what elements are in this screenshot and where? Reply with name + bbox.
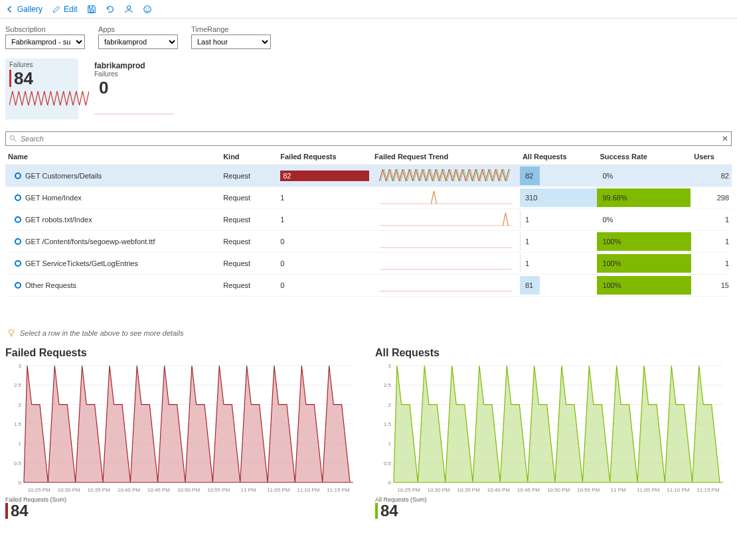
- chart-all-foot-value: 84: [375, 503, 732, 519]
- pencil-icon: [52, 5, 61, 14]
- filter-apps: Apps fabrikamprod: [98, 25, 178, 49]
- search-input[interactable]: [21, 135, 719, 143]
- row-name: Other Requests: [25, 281, 76, 289]
- lightbulb-icon: [7, 328, 16, 338]
- row-success: 100%: [600, 238, 621, 245]
- table-row[interactable]: GET /Content/fonts/segoewp-webfont.ttf R…: [5, 231, 732, 253]
- svg-text:1: 1: [388, 441, 392, 447]
- row-all: 81: [523, 281, 533, 289]
- svg-text:3: 3: [19, 363, 22, 369]
- row-trend: [372, 253, 520, 275]
- filter-apps-select[interactable]: fabrikamprod: [98, 35, 178, 49]
- arrow-left-icon: [5, 5, 15, 14]
- filter-timerange: TimeRange Last hour: [191, 25, 271, 49]
- refresh-icon[interactable]: [106, 5, 115, 14]
- save-icon[interactable]: [87, 5, 96, 14]
- filter-subscription-select[interactable]: Fabrikamprod - subscripti...: [5, 35, 85, 49]
- th-name[interactable]: Name: [5, 149, 220, 165]
- row-all: 1: [523, 259, 529, 267]
- request-icon: [15, 260, 21, 267]
- th-kind[interactable]: Kind: [220, 149, 278, 165]
- edit-link[interactable]: Edit: [52, 5, 78, 14]
- row-kind: Request: [220, 209, 278, 231]
- charts-row: Failed Requests 00.511.522.5310:25 PM10:…: [0, 343, 737, 523]
- gallery-link[interactable]: Gallery: [5, 5, 42, 14]
- svg-text:10:40 PM: 10:40 PM: [118, 487, 141, 493]
- svg-point-2: [145, 7, 146, 8]
- row-trend: [372, 231, 520, 253]
- row-kind: Request: [220, 275, 278, 297]
- user-icon[interactable]: [124, 5, 133, 14]
- card-app-title: fabrikamprod: [94, 61, 159, 70]
- card-failures-value: 84: [9, 70, 74, 87]
- svg-line-6: [14, 139, 17, 142]
- svg-text:10:55 PM: 10:55 PM: [577, 487, 600, 493]
- svg-text:11:05 PM: 11:05 PM: [637, 487, 660, 493]
- table-row[interactable]: GET Home/Index Request 1 310 99.68% 298: [5, 187, 732, 209]
- svg-text:10:25 PM: 10:25 PM: [27, 487, 50, 493]
- card-failures[interactable]: Failures 84: [5, 58, 78, 119]
- table-header-row: Name Kind Failed Requests Failed Request…: [5, 149, 732, 165]
- request-icon: [15, 282, 21, 289]
- hint-text: Select a row in the table above to see m…: [20, 329, 183, 337]
- svg-point-3: [148, 7, 149, 8]
- row-success: 100%: [600, 281, 621, 289]
- requests-table: Name Kind Failed Requests Failed Request…: [5, 149, 732, 297]
- table-row[interactable]: GET ServiceTickets/GetLogEntries Request…: [5, 253, 732, 275]
- svg-text:0.5: 0.5: [14, 460, 22, 466]
- failed-value: 0: [280, 281, 284, 289]
- chart-all-requests: All Requests 00.511.522.5310:25 PM10:30 …: [375, 347, 732, 519]
- svg-text:0: 0: [388, 480, 392, 486]
- svg-text:0: 0: [19, 480, 22, 486]
- row-success: 100%: [600, 259, 621, 267]
- row-success: 99.68%: [600, 194, 627, 202]
- row-kind: Request: [220, 165, 278, 187]
- th-trend[interactable]: Failed Request Trend: [372, 149, 520, 165]
- svg-text:10:35 PM: 10:35 PM: [457, 487, 481, 493]
- th-all[interactable]: All Requests: [520, 149, 597, 165]
- request-icon: [15, 238, 21, 245]
- svg-text:10:50 PM: 10:50 PM: [547, 487, 570, 493]
- row-name: GET /Content/fonts/segoewp-webfont.ttf: [25, 238, 155, 245]
- filter-timerange-select[interactable]: Last hour: [191, 35, 271, 49]
- top-toolbar: Gallery Edit: [0, 0, 737, 19]
- table-row[interactable]: GET robots.txt/Index Request 1 1 0% 1: [5, 209, 732, 231]
- failed-bar: 82: [280, 171, 369, 181]
- search-box[interactable]: ✕: [5, 131, 732, 146]
- card-app-subtitle: Failures: [94, 70, 159, 78]
- th-failed[interactable]: Failed Requests: [278, 149, 372, 165]
- card-app-sparkline: [94, 99, 174, 115]
- th-success[interactable]: Success Rate: [597, 149, 691, 165]
- chart-all-svg[interactable]: 00.511.522.5310:25 PM10:30 PM10:35 PM10:…: [375, 362, 727, 494]
- card-app[interactable]: fabrikamprod Failures 0: [90, 58, 163, 119]
- svg-text:1: 1: [19, 441, 22, 447]
- close-icon[interactable]: ✕: [722, 134, 728, 143]
- row-success: 0%: [600, 172, 613, 180]
- failed-value: 1: [280, 194, 284, 202]
- row-users: 82: [691, 165, 732, 187]
- svg-text:11:10 PM: 11:10 PM: [297, 487, 320, 493]
- svg-text:10:35 PM: 10:35 PM: [88, 487, 111, 493]
- row-all: 310: [523, 194, 537, 202]
- row-trend: [372, 209, 520, 231]
- chart-failed-svg[interactable]: 00.511.522.5310:25 PM10:30 PM10:35 PM10:…: [5, 362, 357, 494]
- filter-bar: Subscription Fabrikamprod - subscripti..…: [0, 19, 737, 56]
- smile-icon[interactable]: [143, 5, 152, 14]
- th-users[interactable]: Users: [691, 149, 732, 165]
- request-icon: [15, 194, 21, 201]
- svg-text:2.5: 2.5: [384, 382, 392, 388]
- failed-value: 0: [280, 238, 284, 245]
- svg-text:2: 2: [388, 402, 392, 408]
- failed-value: 1: [280, 216, 284, 224]
- svg-text:10:45 PM: 10:45 PM: [147, 487, 171, 493]
- card-app-value: 0: [94, 79, 159, 96]
- row-name: GET robots.txt/Index: [25, 216, 92, 224]
- row-kind: Request: [220, 187, 278, 209]
- search-icon: [9, 134, 18, 143]
- summary-cards: Failures 84 fabrikamprod Failures 0: [0, 56, 737, 129]
- svg-point-1: [143, 5, 151, 13]
- svg-text:10:25 PM: 10:25 PM: [397, 487, 420, 493]
- table-row[interactable]: Other Requests Request 0 81 100% 15: [5, 275, 732, 297]
- failed-value: 0: [280, 259, 284, 267]
- table-row[interactable]: GET Customers/Details Request 82 82 0% 8…: [5, 165, 732, 187]
